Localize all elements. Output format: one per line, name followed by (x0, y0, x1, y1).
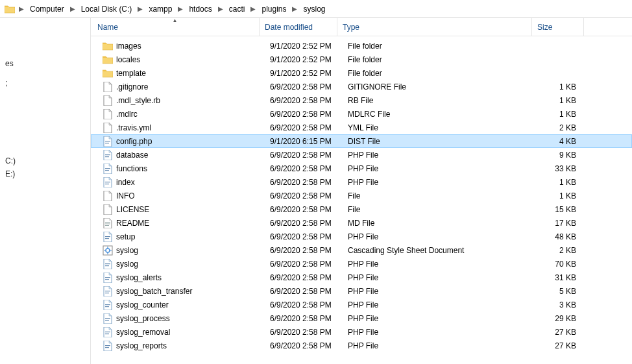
php-icon (101, 164, 114, 174)
breadcrumb[interactable]: ▶ Computer ▶ Local Disk (C:) ▶ xampp ▶ h… (0, 0, 632, 18)
svg-rect-15 (105, 263, 110, 264)
file-name: .travis.yml (116, 123, 270, 132)
file-name: README (116, 219, 270, 228)
sidebar-item[interactable]: es (0, 57, 90, 70)
file-name: syslog_removal (116, 328, 270, 337)
breadcrumb-item[interactable]: xampp (146, 3, 175, 15)
folder-icon (101, 55, 114, 65)
file-size: 48 KB (542, 232, 585, 241)
sidebar-item[interactable]: ; (0, 77, 90, 90)
file-type: PHP File (348, 164, 542, 173)
folder-row[interactable]: locales9/1/2020 2:52 PMFile folder (91, 53, 632, 66)
file-row[interactable]: config.php9/1/2020 6:15 PMDIST File4 KB (91, 134, 632, 148)
file-row[interactable]: syslog_process6/9/2020 2:58 PMPHP File29… (91, 311, 632, 325)
file-row[interactable]: syslog6/9/2020 2:58 PMCascading Style Sh… (91, 243, 632, 257)
php-icon (101, 177, 114, 188)
file-row[interactable]: database6/9/2020 2:58 PMPHP File9 KB (91, 148, 632, 162)
file-date: 6/9/2020 2:58 PM (270, 219, 348, 228)
php-icon (101, 273, 114, 283)
file-size: 17 KB (542, 219, 585, 228)
file-row[interactable]: .mdl_style.rb6/9/2020 2:58 PMRB File1 KB (91, 93, 632, 107)
file-row[interactable]: LICENSE6/9/2020 2:58 PMFile15 KB (91, 202, 632, 216)
file-type: Cascading Style Sheet Document (348, 246, 542, 255)
file-icon (101, 191, 114, 201)
php-icon (101, 136, 114, 147)
file-type: File folder (348, 69, 542, 78)
breadcrumb-item[interactable]: cacti (226, 3, 248, 15)
file-row[interactable]: setup6/9/2020 2:58 PMPHP File48 KB (91, 230, 632, 243)
breadcrumb-item[interactable]: Local Disk (C:) (79, 3, 135, 15)
folder-icon (4, 3, 16, 15)
file-date: 6/9/2020 2:58 PM (270, 191, 348, 200)
breadcrumb-item[interactable]: plugins (259, 3, 289, 15)
breadcrumb-item[interactable]: Computer (27, 3, 67, 15)
svg-rect-11 (105, 236, 110, 237)
file-row[interactable]: syslog_batch_transfer6/9/2020 2:58 PMPHP… (91, 284, 632, 298)
sort-ascending-icon: ▲ (173, 18, 178, 23)
file-row[interactable]: README6/9/2020 2:58 PMMD File17 KB (91, 216, 632, 230)
file-row[interactable]: syslog_reports6/9/2020 2:58 PMPHP File27… (91, 339, 632, 352)
folder-icon (101, 41, 114, 51)
file-date: 6/9/2020 2:58 PM (270, 164, 348, 173)
file-type: RB File (348, 96, 542, 105)
file-row[interactable]: .gitignore6/9/2020 2:58 PMGITIGNORE File… (91, 80, 632, 93)
file-name: .mdl_style.rb (116, 96, 270, 105)
file-date: 6/9/2020 2:58 PM (270, 232, 348, 241)
file-icon (101, 109, 114, 119)
php-icon (101, 286, 114, 297)
file-row[interactable]: .mdlrc6/9/2020 2:58 PMMDLRC File1 KB (91, 107, 632, 121)
column-header-name[interactable]: Name ▲ (91, 18, 260, 36)
file-size: 70 KB (542, 260, 585, 269)
file-name: INFO (116, 191, 270, 200)
file-row[interactable]: index6/9/2020 2:58 PMPHP File1 KB (91, 175, 632, 189)
column-header-size[interactable]: Size (532, 18, 584, 36)
file-row[interactable]: functions6/9/2020 2:58 PMPHP File33 KB (91, 162, 632, 175)
chevron-right-icon: ▶ (177, 5, 184, 12)
sidebar-item[interactable]: E:) (0, 167, 90, 180)
chevron-right-icon: ▶ (69, 5, 76, 12)
file-size: 15 KB (542, 205, 585, 214)
file-date: 9/1/2020 2:52 PM (270, 69, 348, 78)
file-row[interactable]: syslog_removal6/9/2020 2:58 PMPHP File27… (91, 325, 632, 339)
file-list-pane[interactable]: Name ▲ Date modified Type Size images9/1… (91, 18, 632, 364)
folder-row[interactable]: template9/1/2020 2:52 PMFile folder (91, 66, 632, 80)
column-header-date[interactable]: Date modified (260, 18, 337, 36)
folder-row[interactable]: images9/1/2020 2:52 PMFile folder (91, 39, 632, 53)
chevron-right-icon: ▶ (291, 5, 298, 12)
file-row[interactable]: syslog6/9/2020 2:58 PMPHP File70 KB (91, 257, 632, 271)
breadcrumb-item[interactable]: htdocs (186, 3, 214, 15)
svg-rect-27 (105, 345, 110, 346)
file-date: 6/9/2020 2:58 PM (270, 205, 348, 214)
file-name: index (116, 178, 270, 187)
file-name: syslog (116, 260, 270, 269)
file-date: 6/9/2020 2:58 PM (270, 96, 348, 105)
file-size: 1 KB (542, 82, 585, 91)
file-name: setup (116, 232, 270, 241)
svg-rect-10 (105, 225, 109, 226)
file-date: 6/9/2020 2:58 PM (270, 273, 348, 282)
file-row[interactable]: .travis.yml6/9/2020 2:58 PMYML File2 KB (91, 121, 632, 134)
file-date: 6/9/2020 2:58 PM (270, 82, 348, 91)
file-size: 4 KB (542, 137, 585, 146)
sidebar[interactable]: es ; C:) E:) (0, 18, 91, 364)
file-name: syslog (116, 246, 270, 255)
php-icon (101, 259, 114, 269)
file-row[interactable]: INFO6/9/2020 2:58 PMFile1 KB (91, 189, 632, 202)
file-row[interactable]: syslog_counter6/9/2020 2:58 PMPHP File3 … (91, 298, 632, 311)
file-type: DIST File (348, 137, 542, 146)
file-size: 2 KB (542, 123, 585, 132)
file-size: 33 KB (542, 164, 585, 173)
svg-rect-7 (105, 184, 109, 184)
breadcrumb-item[interactable]: syslog (300, 3, 328, 15)
file-size: 1 KB (542, 178, 585, 187)
file-icon (101, 95, 114, 106)
file-type: File (348, 205, 542, 214)
column-header-type[interactable]: Type (337, 18, 532, 36)
file-name: config.php (116, 137, 270, 146)
file-row[interactable]: syslog_alerts6/9/2020 2:58 PMPHP File31 … (91, 271, 632, 284)
file-date: 6/9/2020 2:58 PM (270, 151, 348, 160)
file-size: 3 KB (542, 300, 585, 309)
file-type: YML File (348, 123, 542, 132)
file-date: 6/9/2020 2:58 PM (270, 178, 348, 187)
sidebar-item[interactable]: C:) (0, 154, 90, 167)
